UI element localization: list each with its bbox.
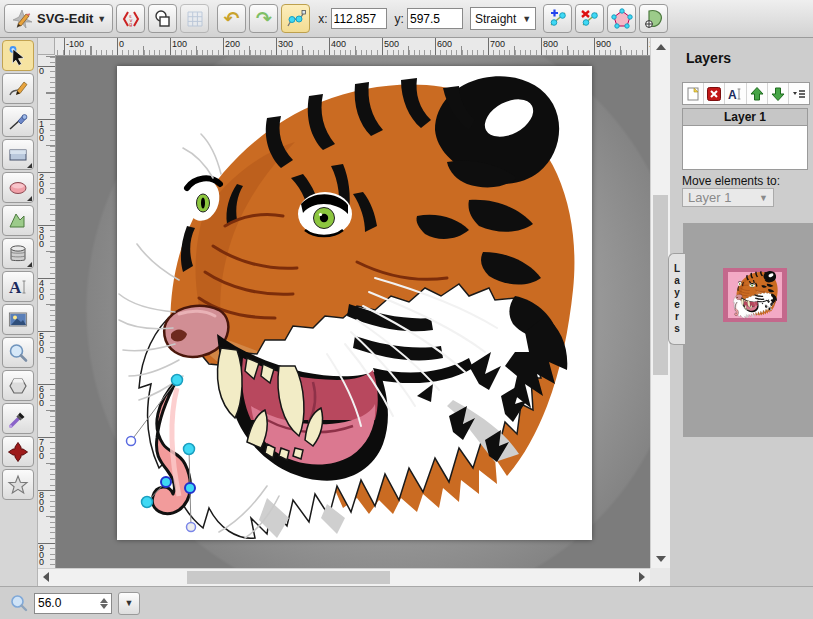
image-icon <box>7 309 29 331</box>
layer-up-icon <box>749 86 765 102</box>
layers-title: Layers <box>686 50 813 66</box>
redo-icon: ↷ <box>256 9 272 28</box>
main-menu-button[interactable]: SVG-Edit ▼ <box>4 4 113 33</box>
add-layer-button[interactable] <box>683 83 704 104</box>
layer-preview-panel <box>683 223 813 437</box>
zoom-value: 56.0 <box>38 596 61 610</box>
zoom-dropdown-button[interactable]: ▼ <box>118 592 140 615</box>
horizontal-scroll-thumb[interactable] <box>187 571 390 584</box>
horizontal-scrollbar[interactable] <box>38 568 650 586</box>
path-node[interactable] <box>161 477 171 487</box>
path-shape-icon <box>7 210 29 232</box>
open-path-button[interactable] <box>639 4 668 33</box>
tool-pencil[interactable] <box>2 73 34 104</box>
hexagon-icon <box>7 375 29 397</box>
layer-buttons: A <box>682 82 810 105</box>
delete-node-button[interactable] <box>575 4 604 33</box>
canvas-workspace[interactable] <box>55 55 650 568</box>
x-input[interactable] <box>331 8 387 29</box>
path-node[interactable] <box>142 497 153 508</box>
delete-layer-button[interactable] <box>704 83 725 104</box>
source-code-button[interactable]: s v g <box>116 4 145 33</box>
close-path-button[interactable] <box>607 4 636 33</box>
vertical-scrollbar[interactable] <box>650 38 670 568</box>
tool-rect[interactable] <box>2 139 34 170</box>
vertical-scroll-thumb[interactable] <box>653 195 668 375</box>
rename-layer-button[interactable]: A <box>725 83 746 104</box>
tool-eyedropper[interactable] <box>2 403 34 434</box>
grid-button[interactable] <box>180 4 209 33</box>
y-label: y: <box>395 12 404 26</box>
rename-layer-icon: A <box>727 86 743 102</box>
tiger-artwork <box>119 76 574 538</box>
path-node[interactable] <box>185 483 195 493</box>
close-path-icon <box>611 8 633 30</box>
logo-label: SVG-Edit <box>37 11 93 26</box>
svg-canvas[interactable] <box>117 66 592 540</box>
layer-thumbnail[interactable] <box>723 268 787 322</box>
add-node-icon <box>547 8 569 30</box>
tool-text[interactable]: A <box>2 271 34 302</box>
undo-button[interactable]: ↶ <box>217 4 246 33</box>
node-tool-button[interactable] <box>281 4 310 33</box>
select-arrow-icon <box>7 45 29 67</box>
add-node-button[interactable] <box>543 4 572 33</box>
red-cross-icon <box>7 441 29 463</box>
layer-down-button[interactable] <box>768 83 789 104</box>
delete-layer-icon <box>706 86 722 102</box>
vertical-ruler: 0100200300400500600700800900 <box>38 55 56 568</box>
layers-side-tab[interactable]: Layers <box>668 253 685 345</box>
tool-red-cross[interactable] <box>2 436 34 467</box>
tool-path[interactable] <box>2 205 34 236</box>
zoom-stepper[interactable] <box>100 598 108 609</box>
segment-type-select[interactable]: Straight ▼ <box>470 7 536 30</box>
scrollbar-corner <box>650 568 670 586</box>
tool-hexagon[interactable] <box>2 370 34 401</box>
shapes-button[interactable] <box>148 4 177 33</box>
svg-text:g: g <box>129 21 132 28</box>
scroll-down-icon[interactable] <box>656 556 666 562</box>
tool-line[interactable] <box>2 106 34 137</box>
redo-button[interactable]: ↷ <box>249 4 278 33</box>
eyedropper-icon <box>7 408 29 430</box>
tool-ellipse[interactable] <box>2 172 34 203</box>
ruler-corner <box>38 38 55 55</box>
layer-up-button[interactable] <box>747 83 768 104</box>
scroll-right-icon[interactable] <box>639 572 645 582</box>
move-elements-label: Move elements to: <box>682 174 780 188</box>
line-pen-icon <box>7 111 29 133</box>
y-input[interactable] <box>407 8 463 29</box>
new-layer-icon <box>685 86 701 102</box>
open-path-icon <box>643 8 665 30</box>
text-icon: A <box>7 276 29 298</box>
undo-icon: ↶ <box>224 9 240 28</box>
path-control-point[interactable] <box>127 437 136 446</box>
source-code-icon: s v g <box>121 9 141 29</box>
status-bar: 56.0 ▼ <box>0 586 813 619</box>
tool-palette: A <box>0 38 38 586</box>
svg-text:A: A <box>728 87 737 101</box>
star-icon <box>7 474 29 496</box>
path-control-point[interactable] <box>187 523 196 532</box>
top-toolbar: SVG-Edit ▼ s v g ↶ ↷ x: <box>0 0 813 38</box>
tool-image[interactable] <box>2 304 34 335</box>
pencil-icon <box>7 78 29 100</box>
path-node[interactable] <box>172 375 183 386</box>
zoom-input[interactable]: 56.0 <box>34 593 112 614</box>
layer-list-item[interactable]: Layer 1 <box>683 109 807 126</box>
tool-shapelib[interactable] <box>2 238 34 269</box>
path-node[interactable] <box>184 444 195 455</box>
svg-edit-logo-icon <box>11 8 33 30</box>
layer-list[interactable]: Layer 1 <box>682 108 808 170</box>
tool-star[interactable] <box>2 469 34 500</box>
move-target-select[interactable]: Layer 1 ▼ <box>682 188 774 207</box>
scroll-left-icon[interactable] <box>43 572 49 582</box>
delete-node-icon <box>579 8 601 30</box>
magnifier-icon <box>7 342 29 364</box>
tool-zoom[interactable] <box>2 337 34 368</box>
logo-caret-icon: ▼ <box>97 14 106 24</box>
horizontal-ruler: -10001002003004005006007008009001000 <box>55 38 650 56</box>
layer-menu-button[interactable] <box>789 83 809 104</box>
tool-select[interactable] <box>2 40 34 71</box>
scroll-up-icon[interactable] <box>656 44 666 50</box>
